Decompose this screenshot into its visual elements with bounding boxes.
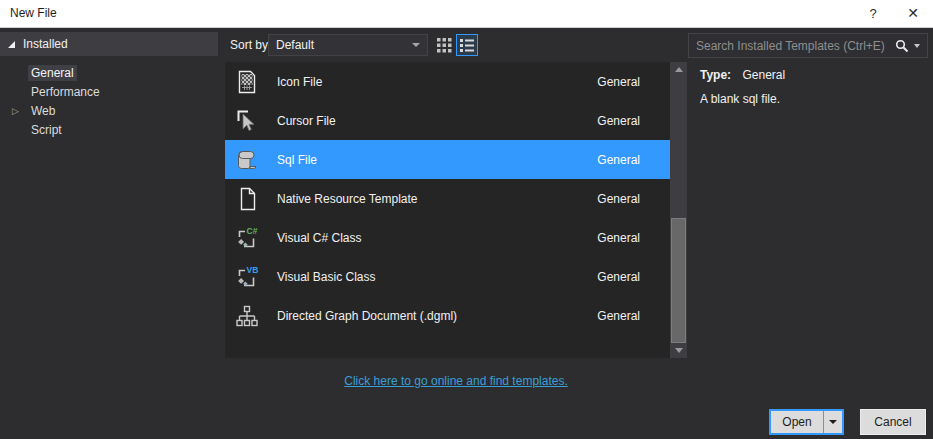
sort-by-label: Sort by: bbox=[230, 34, 271, 56]
scroll-up-icon[interactable] bbox=[670, 62, 687, 77]
scrollbar-thumb[interactable] bbox=[671, 218, 686, 343]
new-file-dialog: New File ? ✕ Installed General Performan… bbox=[0, 0, 933, 439]
icon-file-icon bbox=[233, 69, 261, 95]
template-details: Type: General A blank sql file. bbox=[700, 68, 925, 106]
template-name: Native Resource Template bbox=[277, 192, 589, 206]
search-options-chevron-icon[interactable] bbox=[914, 44, 920, 48]
close-icon[interactable]: ✕ bbox=[897, 0, 929, 27]
list-view-icon bbox=[459, 38, 475, 52]
directed-graph-icon bbox=[233, 303, 261, 329]
sidebar-item-web[interactable]: ▷ Web bbox=[0, 102, 218, 121]
template-row-native-resource[interactable]: Native Resource Template General bbox=[225, 179, 670, 218]
cancel-button[interactable]: Cancel bbox=[860, 409, 926, 435]
search-input[interactable] bbox=[696, 39, 895, 53]
template-name: Sql File bbox=[277, 153, 589, 167]
template-category: General bbox=[597, 75, 640, 89]
chevron-down-icon bbox=[829, 420, 837, 424]
small-icons-view-button[interactable] bbox=[436, 37, 453, 54]
open-split-button[interactable]: Open bbox=[769, 409, 844, 435]
template-category: General bbox=[597, 192, 640, 206]
template-category: General bbox=[597, 231, 640, 245]
template-description: A blank sql file. bbox=[700, 92, 925, 106]
category-sidebar: Installed General Performance ▷ Web Scri… bbox=[0, 28, 218, 439]
template-row-icon-file[interactable]: Icon File General bbox=[225, 62, 670, 101]
svg-text:C#: C# bbox=[247, 225, 258, 235]
template-name: Visual Basic Class bbox=[277, 270, 589, 284]
template-name: Icon File bbox=[277, 75, 589, 89]
sidebar-group-installed[interactable]: Installed bbox=[0, 32, 218, 56]
chevron-down-icon bbox=[412, 43, 420, 47]
cursor-file-icon bbox=[233, 108, 261, 134]
template-row-cursor-file[interactable]: Cursor File General bbox=[225, 101, 670, 140]
sidebar-item-general[interactable]: General bbox=[0, 64, 218, 83]
template-category: General bbox=[597, 153, 640, 167]
type-label: Type: bbox=[700, 68, 731, 82]
title-bar: New File ? ✕ bbox=[0, 0, 933, 28]
template-category: General bbox=[597, 270, 640, 284]
sidebar-group-label: Installed bbox=[23, 37, 68, 51]
expanded-triangle-icon bbox=[8, 41, 15, 48]
vb-class-icon: VB bbox=[233, 264, 261, 290]
template-name: Cursor File bbox=[277, 114, 589, 128]
list-view-button[interactable] bbox=[456, 34, 478, 56]
open-button[interactable]: Open bbox=[771, 411, 823, 433]
grid-view-icon bbox=[436, 37, 453, 54]
template-name: Visual C# Class bbox=[277, 231, 589, 245]
template-category: General bbox=[597, 309, 640, 323]
help-icon[interactable]: ? bbox=[857, 0, 889, 27]
type-value: General bbox=[742, 68, 785, 82]
svg-text:VB: VB bbox=[247, 264, 259, 274]
scroll-down-icon[interactable] bbox=[670, 343, 687, 358]
sql-file-icon bbox=[233, 147, 261, 173]
template-name: Directed Graph Document (.dgml) bbox=[277, 309, 589, 323]
go-online-link[interactable]: Click here to go online and find templat… bbox=[344, 374, 567, 388]
sidebar-items: General Performance ▷ Web Script bbox=[0, 64, 218, 140]
sidebar-item-script[interactable]: Script bbox=[0, 121, 218, 140]
search-box bbox=[688, 33, 928, 58]
collapsed-triangle-icon[interactable]: ▷ bbox=[12, 102, 19, 121]
document-icon bbox=[233, 186, 261, 212]
template-list: Icon File General Cursor File General bbox=[225, 62, 670, 358]
list-scrollbar[interactable] bbox=[670, 62, 687, 358]
online-link-row: Click here to go online and find templat… bbox=[225, 371, 687, 389]
sidebar-item-performance[interactable]: Performance bbox=[0, 83, 218, 102]
csharp-class-icon: C# bbox=[233, 225, 261, 251]
template-row-sql-file[interactable]: Sql File General bbox=[225, 140, 670, 179]
template-category: General bbox=[597, 114, 640, 128]
template-row-csharp-class[interactable]: C# Visual C# Class General bbox=[225, 218, 670, 257]
open-dropdown-button[interactable] bbox=[823, 411, 842, 433]
sort-dropdown-value: Default bbox=[276, 38, 314, 52]
template-row-dgml[interactable]: Directed Graph Document (.dgml) General bbox=[225, 296, 670, 335]
dialog-title: New File bbox=[10, 0, 57, 27]
template-row-vb-class[interactable]: VB Visual Basic Class General bbox=[225, 257, 670, 296]
sort-dropdown[interactable]: Default bbox=[268, 34, 428, 56]
search-icon[interactable] bbox=[895, 39, 909, 53]
